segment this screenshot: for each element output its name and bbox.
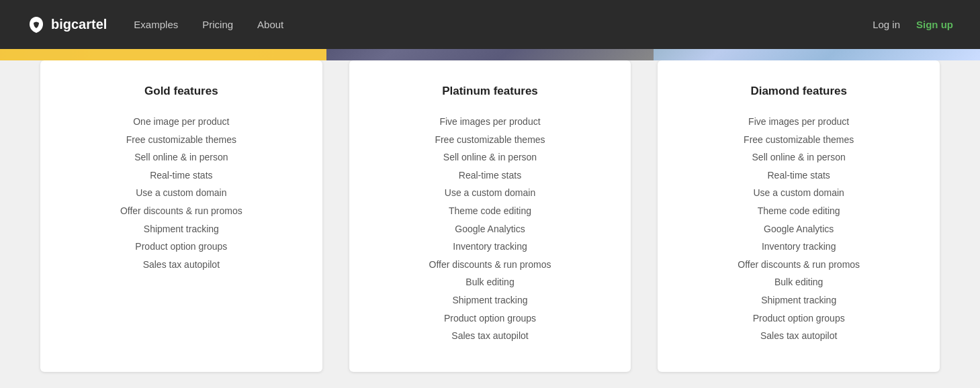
list-item: Inventory tracking [671,238,926,256]
list-item: Google Analytics [363,220,618,238]
list-item: Real-time stats [54,166,309,185]
list-item: Theme code editing [671,202,926,220]
nav-examples[interactable]: Examples [134,19,178,30]
logo-text: bigcartel [51,17,107,32]
signup-link[interactable]: Sign up [916,19,953,30]
list-item: Sales tax autopilot [54,256,309,274]
list-item: Shipment tracking [54,220,309,238]
list-item: Five images per product [363,113,618,131]
list-item: Offer discounts & run promos [54,202,309,220]
list-item: Five images per product [671,113,926,131]
list-item: Use a custom domain [671,184,926,202]
list-item: Free customizable themes [363,131,618,149]
navbar: bigcartel Examples Pricing About Log in … [0,0,980,49]
plans-cards: Gold features One image per product Free… [0,60,980,388]
list-item: Use a custom domain [363,184,618,202]
nav-links: Examples Pricing About [134,19,873,30]
list-item: Real-time stats [363,166,618,185]
list-item: Product option groups [671,309,926,328]
list-item: Shipment tracking [363,291,618,309]
list-item: Bulk editing [671,273,926,291]
list-item: Offer discounts & run promos [363,256,618,274]
list-item: Sales tax autopilot [671,327,926,345]
list-item: Theme code editing [363,202,618,220]
nav-about[interactable]: About [257,19,283,30]
logo[interactable]: bigcartel [27,15,107,34]
list-item: One image per product [54,113,309,131]
list-item: Offer discounts & run promos [671,256,926,274]
nav-right: Log in Sign up [873,19,953,30]
gold-card: Gold features One image per product Free… [40,60,322,372]
logo-icon [27,15,46,34]
page-wrapper: Gold features One image per product Free… [0,0,980,388]
list-item: Shipment tracking [671,291,926,309]
gold-title: Gold features [54,85,309,98]
list-item: Inventory tracking [363,238,618,256]
list-item: Product option groups [363,309,618,328]
diamond-features: Five images per product Free customizabl… [671,113,926,345]
diamond-title: Diamond features [671,85,926,98]
list-item: Sell online & in person [54,148,309,166]
list-item: Google Analytics [671,220,926,238]
list-item: Real-time stats [671,166,926,185]
list-item: Sales tax autopilot [363,327,618,345]
gold-features: One image per product Free customizable … [54,113,309,273]
list-item: Use a custom domain [54,184,309,202]
platinum-card: Platinum features Five images per produc… [349,60,631,372]
platinum-features: Five images per product Free customizabl… [363,113,618,345]
list-item: Free customizable themes [671,131,926,149]
list-item: Free customizable themes [54,131,309,149]
diamond-card: Diamond features Five images per product… [658,60,940,372]
nav-pricing[interactable]: Pricing [202,19,233,30]
list-item: Sell online & in person [671,148,926,166]
list-item: Sell online & in person [363,148,618,166]
login-link[interactable]: Log in [873,19,900,30]
list-item: Bulk editing [363,273,618,291]
platinum-title: Platinum features [363,85,618,98]
list-item: Product option groups [54,238,309,256]
